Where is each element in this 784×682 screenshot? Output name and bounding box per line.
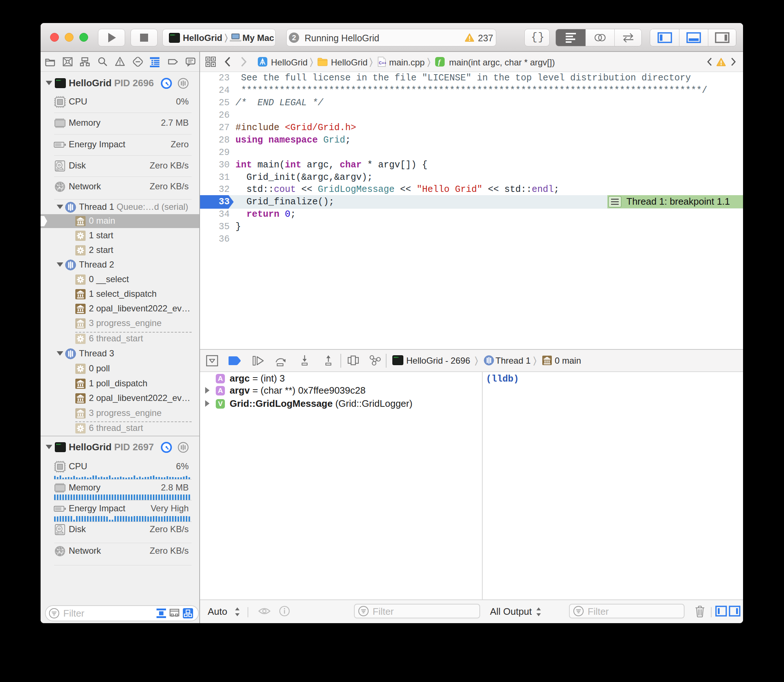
svg-text:C++: C++	[379, 61, 386, 65]
